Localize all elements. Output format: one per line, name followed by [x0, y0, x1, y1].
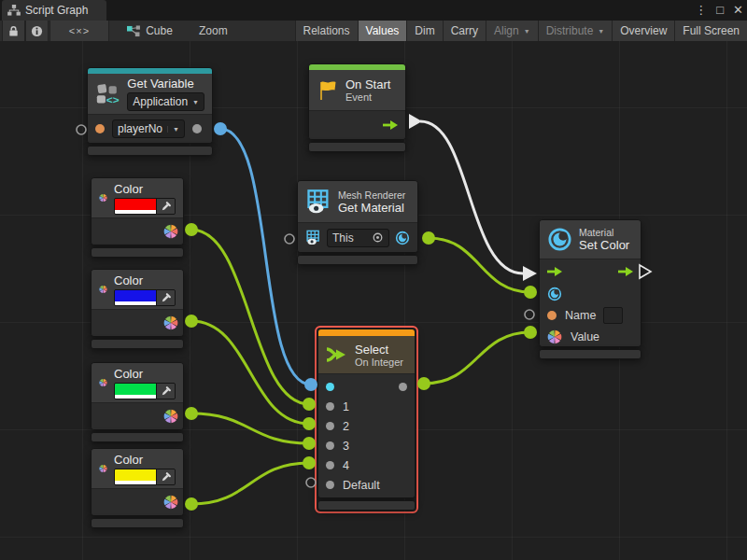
value-input-port[interactable] — [547, 329, 562, 344]
option-label: Default — [343, 479, 380, 492]
script-graph-window: <> — [0, 0, 747, 560]
graph-breadcrumb-button[interactable]: Cube — [117, 21, 182, 41]
name-label: Name — [565, 309, 596, 322]
code-icon: <×> — [69, 25, 90, 36]
maximize-icon[interactable]: □ — [716, 0, 724, 21]
node-title: Color — [114, 367, 176, 381]
selector-input-port[interactable] — [326, 383, 334, 391]
eyedropper-button[interactable] — [156, 199, 175, 214]
close-icon[interactable]: ✕ — [733, 0, 743, 21]
overview-button[interactable]: Overview — [612, 21, 674, 41]
node-supertitle: Mesh Renderer — [338, 189, 405, 201]
node-get-material[interactable]: Mesh Renderer Get Material This — [297, 180, 418, 265]
flow-input-port[interactable] — [547, 267, 562, 276]
chevron-down-icon: ▼ — [598, 28, 604, 35]
variable-name-port[interactable] — [95, 124, 105, 133]
option-label: 2 — [343, 420, 349, 433]
flow-output-port[interactable] — [383, 120, 398, 130]
color-swatch[interactable] — [115, 290, 156, 305]
material-input-port[interactable] — [547, 287, 562, 301]
option-4-port[interactable] — [326, 461, 334, 469]
color-swatch[interactable] — [115, 199, 156, 214]
full-screen-button[interactable]: Full Screen — [674, 21, 747, 41]
window-controls: ⋮ □ ✕ — [695, 0, 743, 21]
variable-scope-dropdown[interactable]: Application ▼ — [127, 92, 204, 111]
color-wheel-icon — [99, 184, 107, 212]
color-wheel-icon — [99, 275, 107, 303]
color-output-port[interactable] — [163, 315, 178, 330]
toolbar: <×> Cube Zoom 1x Relations Values Dim Ca… — [0, 21, 747, 42]
color-wheel-icon — [99, 455, 107, 483]
color-swatch[interactable] — [115, 469, 156, 484]
values-button[interactable]: Values — [358, 21, 407, 41]
variables-icon — [95, 82, 120, 105]
select-output-port[interactable] — [399, 383, 407, 391]
option-2-port[interactable] — [326, 422, 334, 430]
window-menu-icon[interactable]: ⋮ — [695, 0, 707, 21]
node-footer — [91, 518, 184, 528]
node-footer — [91, 247, 184, 258]
variable-name-dropdown[interactable]: playerNo ▼ — [112, 119, 185, 138]
node-color-green[interactable]: Color — [91, 362, 184, 442]
node-title: Color — [114, 453, 176, 467]
name-input-field[interactable] — [603, 307, 623, 324]
mesh-renderer-icon — [305, 189, 331, 215]
select-accent-bar — [318, 329, 415, 336]
node-title: Set Color — [579, 238, 629, 252]
flag-icon — [317, 79, 339, 102]
node-title: Get Material — [338, 201, 405, 215]
dim-button[interactable]: Dim — [406, 21, 442, 41]
option-3-port[interactable] — [326, 441, 334, 450]
color-output-port[interactable] — [163, 224, 178, 239]
chevron-down-icon: ▼ — [192, 99, 199, 105]
code-view-button[interactable]: <×> — [49, 21, 109, 41]
node-tree-icon — [126, 25, 140, 37]
option-label: 1 — [343, 400, 349, 413]
target-picker-icon[interactable] — [372, 231, 384, 244]
node-set-color[interactable]: Material Set Color Name — [539, 219, 641, 359]
eyedropper-button[interactable] — [156, 290, 175, 305]
toolbar-right-group: Relations Values Dim Carry Align ▼ Distr… — [295, 21, 747, 41]
node-footer — [539, 349, 641, 359]
color-swatch[interactable] — [115, 384, 156, 399]
default-port[interactable] — [326, 481, 334, 489]
mesh-renderer-port-icon[interactable] — [305, 230, 321, 245]
align-dropdown[interactable]: Align ▼ — [486, 21, 538, 41]
select-merge-icon — [326, 345, 348, 364]
node-footer — [91, 432, 184, 442]
eyedropper-icon — [161, 292, 172, 303]
color-wheel-icon — [99, 369, 107, 397]
flow-output-port[interactable] — [618, 267, 633, 276]
node-footer — [91, 339, 184, 349]
node-color-yellow[interactable]: Color — [91, 448, 184, 528]
carry-button[interactable]: Carry — [443, 21, 486, 41]
eyedropper-button[interactable] — [156, 384, 175, 399]
eyedropper-button[interactable] — [156, 469, 175, 484]
option-label: 4 — [343, 459, 349, 472]
info-button[interactable] — [25, 21, 49, 41]
node-footer — [317, 500, 416, 511]
tab-script-graph[interactable]: Script Graph — [2, 0, 106, 21]
node-subtitle: On Integer — [355, 357, 403, 368]
node-title: Get Variable — [127, 77, 204, 91]
node-color-red[interactable]: Color — [91, 177, 184, 258]
color-output-port[interactable] — [163, 495, 178, 510]
relations-button[interactable]: Relations — [295, 21, 358, 41]
node-footer — [87, 146, 213, 156]
name-input-port[interactable] — [547, 311, 557, 320]
node-select-on-integer[interactable]: Select On Integer 1 2 — [315, 326, 418, 513]
target-field[interactable]: This — [327, 229, 389, 247]
node-title: Color — [114, 182, 176, 196]
graph-tab-icon — [7, 5, 21, 16]
node-on-start[interactable]: On Start Event — [308, 63, 406, 152]
node-title: On Start — [345, 77, 390, 91]
node-color-blue[interactable]: Color — [91, 269, 184, 349]
color-output-port[interactable] — [163, 409, 178, 424]
lock-button[interactable] — [2, 21, 25, 41]
variable-value-output-port[interactable] — [192, 124, 202, 133]
node-get-variable[interactable]: Get Variable Application ▼ playerNo ▼ — [87, 67, 213, 156]
material-output-port[interactable] — [395, 231, 410, 245]
distribute-dropdown[interactable]: Distribute ▼ — [538, 21, 613, 41]
option-1-port[interactable] — [326, 402, 334, 411]
option-label: 3 — [343, 440, 349, 453]
